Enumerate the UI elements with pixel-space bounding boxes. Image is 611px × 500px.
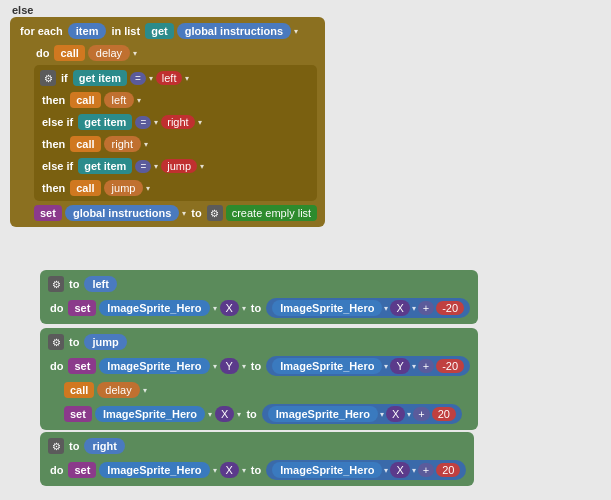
hero-sprite-left[interactable]: ImageSprite_Hero	[99, 300, 209, 316]
jump-dropdown[interactable]: ▾	[200, 162, 204, 171]
hero-sprite-jump2[interactable]: ImageSprite_Hero	[272, 358, 382, 374]
hero-sprite-jump3[interactable]: ImageSprite_Hero	[95, 406, 205, 422]
left-proc-pill[interactable]: left	[84, 276, 117, 292]
hero-sprite-jump[interactable]: ImageSprite_Hero	[99, 358, 209, 374]
left-proc-container: ⚙ to left do set ImageSprite_Hero ▾ X ▾ …	[40, 270, 478, 324]
equals-op[interactable]: =	[130, 72, 146, 85]
plus-op-right[interactable]: +	[418, 463, 434, 477]
dropdown-arrow[interactable]: ▾	[294, 27, 298, 36]
x-right-dropdown[interactable]: ▾	[242, 466, 246, 475]
x-left2[interactable]: X	[390, 300, 409, 316]
jump-proc-pill[interactable]: jump	[84, 334, 126, 350]
y-jump[interactable]: Y	[220, 358, 239, 374]
hero-right2-dropdown[interactable]: ▾	[384, 466, 388, 475]
set-jump-x[interactable]: set	[64, 406, 92, 422]
right-string[interactable]: right	[161, 115, 194, 129]
hero-jump-dropdown[interactable]: ▾	[213, 362, 217, 371]
global-instr-dropdown[interactable]: ▾	[182, 209, 186, 218]
set-left[interactable]: set	[68, 300, 96, 316]
x-left2-dropdown[interactable]: ▾	[412, 304, 416, 313]
x-jump4[interactable]: X	[386, 406, 405, 422]
hero-jump2-dropdown[interactable]: ▾	[384, 362, 388, 371]
set-keyword[interactable]: set	[34, 205, 62, 221]
hero-sprite-jump4[interactable]: ImageSprite_Hero	[268, 406, 378, 422]
call-left[interactable]: call	[70, 92, 100, 108]
num20-right[interactable]: 20	[436, 463, 460, 477]
set-right[interactable]: set	[68, 462, 96, 478]
gear-icon-right[interactable]: ⚙	[48, 438, 64, 454]
x-jump3-dropdown[interactable]: ▾	[237, 410, 241, 419]
hero-left-dropdown[interactable]: ▾	[213, 304, 217, 313]
left-func-dropdown[interactable]: ▾	[137, 96, 141, 105]
right-pill[interactable]: right	[104, 136, 141, 152]
jump-string[interactable]: jump	[161, 159, 197, 173]
item-pill[interactable]: item	[68, 23, 107, 39]
neg20-left[interactable]: -20	[436, 301, 464, 315]
x-left-dropdown[interactable]: ▾	[242, 304, 246, 313]
call-right[interactable]: call	[70, 136, 100, 152]
delay-jump[interactable]: delay	[97, 382, 139, 398]
right-proc-container: ⚙ to right do set ImageSprite_Hero ▾ X ▾…	[40, 432, 474, 486]
create-empty-list[interactable]: create emply list	[226, 205, 317, 221]
hero-jump4-dropdown[interactable]: ▾	[380, 410, 384, 419]
equals-op3[interactable]: =	[135, 160, 151, 173]
right-proc-pill[interactable]: right	[84, 438, 124, 454]
hero-sprite-right2[interactable]: ImageSprite_Hero	[272, 462, 382, 478]
delay-jump-dropdown[interactable]: ▾	[143, 386, 147, 395]
if-outer-container: ⚙ if get item = ▾ left ▾ then call	[34, 65, 317, 201]
set-jump-y[interactable]: set	[68, 358, 96, 374]
get-item-block[interactable]: get item	[73, 70, 127, 86]
x-right[interactable]: X	[220, 462, 239, 478]
global-instructions-pill[interactable]: global instructions	[177, 23, 291, 39]
global-instructions-pill2[interactable]: global instructions	[65, 205, 179, 221]
get-item-block3[interactable]: get item	[78, 158, 132, 174]
left-dropdown[interactable]: ▾	[185, 74, 189, 83]
num20-jump[interactable]: 20	[432, 407, 456, 421]
gear-icon2[interactable]: ⚙	[207, 205, 223, 221]
left-string[interactable]: left	[156, 71, 183, 85]
hero-sprite-left2[interactable]: ImageSprite_Hero	[272, 300, 382, 316]
x-jump4-dropdown[interactable]: ▾	[407, 410, 411, 419]
get-keyword[interactable]: get	[145, 23, 174, 39]
gear-icon[interactable]: ⚙	[40, 70, 56, 86]
equals-op2[interactable]: =	[135, 116, 151, 129]
x-right2[interactable]: X	[390, 462, 409, 478]
elseif-keyword-2: else if	[40, 160, 75, 172]
call-delay-jump[interactable]: call	[64, 382, 94, 398]
hero-left2-dropdown[interactable]: ▾	[384, 304, 388, 313]
y-jump2[interactable]: Y	[390, 358, 409, 374]
left-pill[interactable]: left	[104, 92, 135, 108]
x-plus20-expr: ImageSprite_Hero ▾ X ▾ + 20	[262, 404, 462, 424]
y-jump2-dropdown[interactable]: ▾	[412, 362, 416, 371]
jump-pill[interactable]: jump	[104, 180, 144, 196]
plus-op-jump2[interactable]: +	[413, 407, 429, 421]
to-right-kw2: to	[249, 464, 263, 476]
equals-dropdown3[interactable]: ▾	[154, 162, 158, 171]
to-jump-kw3: to	[244, 408, 258, 420]
get-item-block2[interactable]: get item	[78, 114, 132, 130]
call-keyword[interactable]: call	[54, 45, 84, 61]
delay-pill[interactable]: delay	[88, 45, 130, 61]
elseif-right-row: else if get item = ▾ right ▾	[40, 114, 311, 130]
equals-dropdown2[interactable]: ▾	[154, 118, 158, 127]
hero-right-dropdown[interactable]: ▾	[213, 466, 217, 475]
do-row: do call delay ▾	[34, 45, 317, 61]
hero-sprite-right[interactable]: ImageSprite_Hero	[99, 462, 209, 478]
hero-jump3-dropdown[interactable]: ▾	[208, 410, 212, 419]
x-right2-dropdown[interactable]: ▾	[412, 466, 416, 475]
plus-op-jump[interactable]: +	[418, 359, 434, 373]
call-jump[interactable]: call	[70, 180, 100, 196]
x-left[interactable]: X	[220, 300, 239, 316]
y-jump-dropdown[interactable]: ▾	[242, 362, 246, 371]
delay-dropdown[interactable]: ▾	[133, 49, 137, 58]
equals-dropdown[interactable]: ▾	[149, 74, 153, 83]
neg20-jump[interactable]: -20	[436, 359, 464, 373]
gear-icon-left[interactable]: ⚙	[48, 276, 64, 292]
right-func-dropdown[interactable]: ▾	[144, 140, 148, 149]
jump-func-dropdown[interactable]: ▾	[146, 184, 150, 193]
gear-icon-jump[interactable]: ⚙	[48, 334, 64, 350]
plus-op-left[interactable]: +	[418, 301, 434, 315]
foreach-keyword: for each	[18, 25, 65, 37]
x-jump3[interactable]: X	[215, 406, 234, 422]
right-dropdown[interactable]: ▾	[198, 118, 202, 127]
